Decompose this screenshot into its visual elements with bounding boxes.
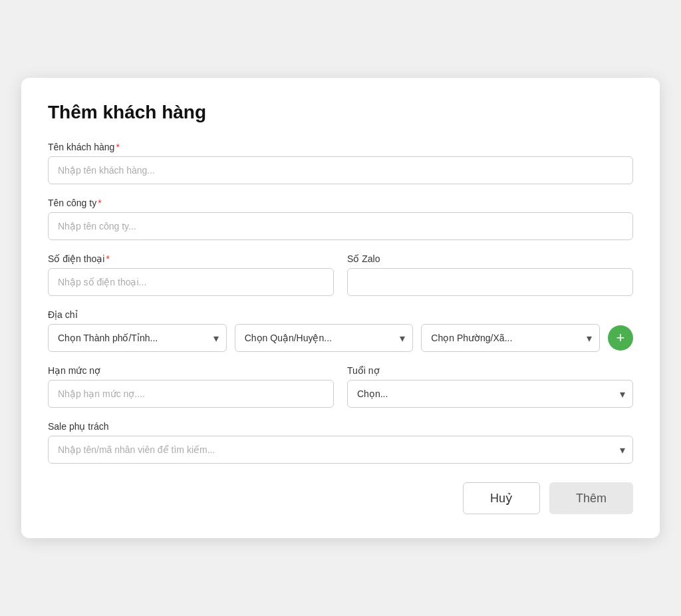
debt-limit-label: Hạn mức nợ [48,365,334,376]
phone-input[interactable] [48,268,334,296]
company-name-group: Tên công ty* [48,198,633,240]
plus-icon: + [616,331,625,345]
customer-name-group: Tên khách hàng* [48,142,633,184]
debt-age-group: Tuổi nợ Chọn... ▾ [347,365,633,408]
zalo-input[interactable] [347,268,633,296]
phone-label: Số điện thoại* [48,253,334,264]
submit-button[interactable]: Thêm [549,482,633,514]
customer-name-input[interactable] [48,156,633,184]
company-name-label: Tên công ty* [48,198,633,208]
district-col: Chọn Quận/Huyện... ▾ [235,324,414,352]
add-customer-modal: Thêm khách hàng Tên khách hàng* Tên công… [21,78,660,538]
debt-age-col: Tuổi nợ Chọn... ▾ [347,365,633,421]
footer-row: Huỷ Thêm [48,482,633,514]
district-select-wrapper: Chọn Quận/Huyện... ▾ [235,324,414,352]
phone-col: Số điện thoại* [48,253,334,309]
zalo-col: Số Zalo [347,253,633,309]
district-select[interactable]: Chọn Quận/Huyện... [235,324,414,352]
add-address-button[interactable]: + [608,325,633,351]
city-col: Chọn Thành phố/Tỉnh... ▾ [48,324,227,352]
sale-label: Sale phụ trách [48,421,633,432]
address-row: Chọn Thành phố/Tỉnh... ▾ Chọn Quận/Huyện… [48,324,633,352]
debt-age-select-wrapper: Chọn... ▾ [347,380,633,408]
ward-select[interactable]: Chọn Phường/Xã... [421,324,600,352]
zalo-label: Số Zalo [347,253,633,264]
phone-zalo-row: Số điện thoại* Số Zalo [48,253,633,309]
modal-title: Thêm khách hàng [48,102,633,123]
address-group: Địa chỉ Chọn Thành phố/Tỉnh... ▾ Chọn Qu… [48,309,633,352]
city-select-wrapper: Chọn Thành phố/Tỉnh... ▾ [48,324,227,352]
cancel-button[interactable]: Huỷ [463,482,540,514]
company-name-input[interactable] [48,212,633,240]
required-star-3: * [106,253,109,264]
required-star-2: * [98,198,101,208]
required-star: * [116,142,119,152]
debt-age-label: Tuổi nợ [347,365,633,376]
address-label: Địa chỉ [48,309,633,320]
debt-limit-group: Hạn mức nợ [48,365,334,408]
zalo-group: Số Zalo [347,253,633,296]
sale-input[interactable] [48,436,633,464]
debt-limit-col: Hạn mức nợ [48,365,334,421]
city-select[interactable]: Chọn Thành phố/Tỉnh... [48,324,227,352]
debt-limit-input[interactable] [48,380,334,408]
customer-name-label: Tên khách hàng* [48,142,633,152]
debt-row: Hạn mức nợ Tuổi nợ Chọn... ▾ [48,365,633,421]
ward-select-wrapper: Chọn Phường/Xã... ▾ [421,324,600,352]
debt-age-select[interactable]: Chọn... [347,380,633,408]
ward-col: Chọn Phường/Xã... ▾ [421,324,600,352]
sale-group: Sale phụ trách ▾ [48,421,633,464]
sale-select-wrapper: ▾ [48,436,633,464]
phone-group: Số điện thoại* [48,253,334,296]
